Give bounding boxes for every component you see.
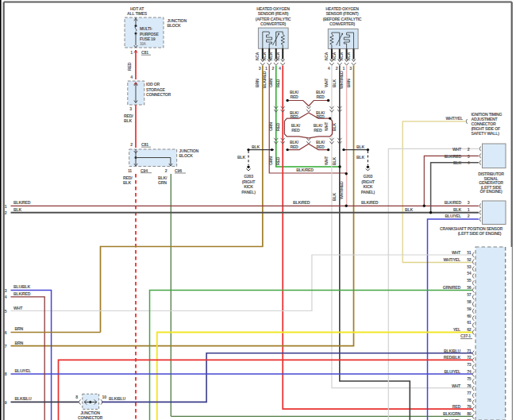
- svg-text:PANEL): PANEL): [361, 190, 375, 195]
- svg-text:2: 2: [165, 168, 168, 173]
- svg-text:(RIGHT: (RIGHT: [361, 179, 375, 184]
- svg-text:78: 78: [467, 398, 472, 403]
- svg-text:4: 4: [130, 75, 133, 79]
- svg-text:C81: C81: [141, 50, 148, 55]
- svg-text:C37-1: C37-1: [460, 333, 471, 338]
- svg-text:76: 76: [467, 383, 472, 388]
- svg-text:HEATED OXYGEN: HEATED OXYGEN: [325, 6, 359, 11]
- svg-text:4: 4: [5, 295, 7, 299]
- svg-text:CONVERTER): CONVERTER): [329, 21, 355, 26]
- svg-text:ALL TIMES: ALL TIMES: [127, 11, 148, 16]
- svg-text:C94: C94: [141, 168, 148, 173]
- svg-text:CONNECTOR: CONNECTOR: [146, 92, 171, 97]
- svg-text:7: 7: [5, 344, 7, 349]
- svg-text:NCA: NCA: [255, 52, 260, 60]
- svg-text:WHT/YEL: WHT/YEL: [443, 257, 461, 262]
- svg-text:GRN: GRN: [268, 122, 273, 131]
- svg-text:11: 11: [128, 168, 132, 173]
- svg-text:RED: RED: [316, 114, 325, 119]
- svg-text:CONNECTOR: CONNECTOR: [78, 415, 103, 420]
- svg-text:3: 3: [129, 106, 132, 111]
- svg-text:BLK: BLK: [252, 144, 260, 149]
- svg-text:8: 8: [5, 372, 7, 376]
- svg-text:RED: RED: [290, 144, 298, 149]
- svg-text:58: 58: [467, 299, 472, 304]
- svg-text:73: 73: [467, 362, 472, 367]
- svg-text:51: 51: [467, 250, 472, 255]
- svg-text:C81: C81: [141, 142, 148, 147]
- svg-text:BRN: BRN: [15, 341, 24, 345]
- svg-text:BLK/BLU: BLK/BLU: [109, 396, 126, 401]
- svg-text:BLK: BLK: [332, 123, 337, 131]
- svg-text:4: 4: [279, 66, 281, 71]
- svg-text:10: 10: [102, 395, 107, 399]
- svg-text:3: 3: [468, 154, 470, 159]
- svg-text:52: 52: [467, 257, 472, 262]
- svg-text:59: 59: [467, 306, 472, 311]
- svg-text:2: 2: [468, 147, 470, 152]
- svg-text:PURPOSE: PURPOSE: [140, 32, 159, 37]
- svg-text:1: 1: [468, 207, 470, 212]
- svg-text:RED/: RED/: [123, 175, 133, 180]
- svg-text:NCA: NCA: [346, 52, 351, 60]
- svg-text:BLK: BLK: [453, 160, 461, 165]
- svg-text:BLK/RED: BLK/RED: [361, 200, 379, 205]
- svg-text:8: 8: [75, 395, 78, 399]
- svg-text:C96: C96: [175, 168, 182, 173]
- svg-text:GRN/RED: GRN/RED: [443, 285, 461, 290]
- svg-text:BLK: BLK: [356, 144, 364, 149]
- svg-text:PANEL): PANEL): [241, 190, 256, 195]
- svg-text:JUNCTION: JUNCTION: [80, 410, 100, 415]
- svg-text:NCA: NCA: [268, 52, 273, 60]
- svg-text:57: 57: [467, 292, 472, 297]
- svg-text:BLK: BLK: [405, 207, 413, 212]
- svg-text:NCA: NCA: [275, 52, 280, 60]
- svg-text:BLU/BLK: BLU/BLK: [13, 284, 31, 289]
- svg-text:WHT: WHT: [324, 156, 329, 165]
- svg-text:G203: G203: [364, 174, 373, 179]
- svg-text:BRN: BRN: [15, 326, 24, 331]
- svg-text:NCA: NCA: [262, 52, 267, 60]
- svg-text:6: 6: [5, 330, 7, 335]
- svg-text:BLK/: BLK/: [158, 175, 168, 180]
- svg-text:BLK/RED: BLK/RED: [445, 154, 462, 159]
- svg-text:BLK: BLK: [123, 180, 131, 185]
- svg-text:BRN: BRN: [255, 79, 260, 87]
- svg-text:HEATED OXYGEN: HEATED OXYGEN: [256, 6, 290, 11]
- svg-text:9: 9: [5, 400, 7, 405]
- svg-text:KICK: KICK: [244, 184, 253, 189]
- svg-text:IOD OR: IOD OR: [146, 82, 160, 87]
- svg-text:53: 53: [467, 264, 472, 269]
- svg-text:BLK: BLK: [13, 207, 21, 212]
- svg-text:HOT AT: HOT AT: [130, 6, 144, 11]
- svg-text:2: 2: [130, 142, 133, 147]
- svg-text:RED: RED: [452, 404, 461, 409]
- svg-text:62: 62: [467, 327, 472, 332]
- svg-text:NCA: NCA: [332, 52, 337, 60]
- svg-text:GRN: GRN: [268, 156, 273, 165]
- svg-text:1: 1: [265, 66, 268, 71]
- svg-text:2: 2: [272, 66, 275, 71]
- svg-text:56: 56: [467, 285, 472, 290]
- svg-text:NCA: NCA: [324, 52, 329, 60]
- svg-text:54: 54: [467, 271, 472, 276]
- svg-text:2: 2: [336, 66, 338, 71]
- svg-text:RED: RED: [316, 94, 325, 99]
- svg-text:4: 4: [328, 66, 330, 71]
- svg-text:3: 3: [468, 200, 470, 205]
- svg-text:BLK/RED: BLK/RED: [293, 200, 310, 205]
- svg-text:KICK: KICK: [364, 184, 373, 189]
- svg-text:61: 61: [467, 320, 472, 325]
- svg-text:BLOCK: BLOCK: [167, 23, 181, 28]
- svg-text:(RIGHT: (RIGHT: [242, 179, 256, 184]
- svg-text:BLU/YEL: BLU/YEL: [15, 368, 33, 373]
- svg-text:SENSOR (FRONT): SENSOR (FRONT): [325, 11, 359, 16]
- svg-text:RED: RED: [316, 144, 325, 149]
- svg-text:BLK/RED: BLK/RED: [13, 200, 31, 205]
- svg-text:1: 1: [342, 66, 345, 71]
- svg-text:WHT: WHT: [452, 147, 462, 152]
- svg-text:BLU/YEL: BLU/YEL: [445, 214, 463, 218]
- svg-text:CONVERTER): CONVERTER): [260, 21, 286, 26]
- svg-text:WHT: WHT: [13, 306, 23, 310]
- svg-text:BLOCK: BLOCK: [179, 153, 194, 158]
